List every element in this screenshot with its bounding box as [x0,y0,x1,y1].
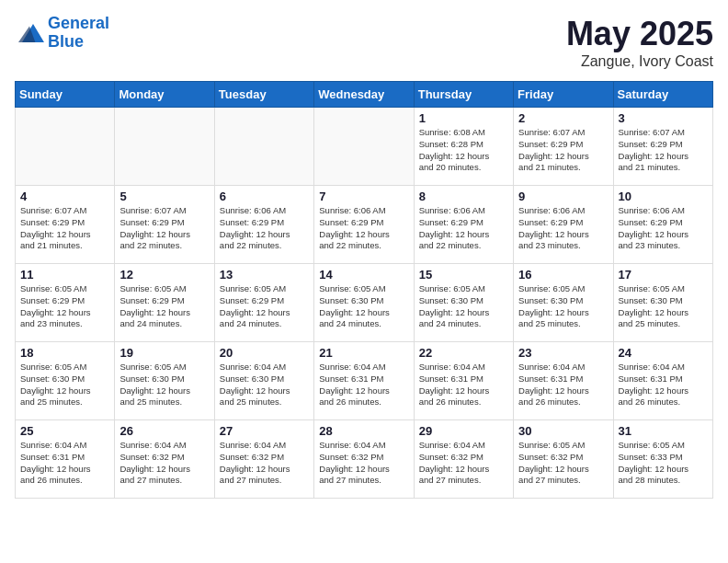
day-number: 30 [518,424,608,438]
subtitle: Zangue, Ivory Coast [566,53,713,70]
day-number: 19 [119,346,209,360]
day-info: Sunrise: 6:06 AM Sunset: 6:29 PM Dayligh… [220,205,309,252]
calendar-cell: 2Sunrise: 6:07 AM Sunset: 6:29 PM Daylig… [514,108,613,186]
logo: General Blue [15,15,109,52]
calendar-body: 1Sunrise: 6:08 AM Sunset: 6:28 PM Daylig… [16,108,713,499]
calendar-cell: 29Sunrise: 6:04 AM Sunset: 6:32 PM Dayli… [414,420,513,499]
day-info: Sunrise: 6:07 AM Sunset: 6:29 PM Dayligh… [119,205,209,252]
day-number: 8 [419,190,508,203]
day-info: Sunrise: 6:04 AM Sunset: 6:32 PM Dayligh… [419,440,508,487]
day-info: Sunrise: 6:05 AM Sunset: 6:29 PM Dayligh… [20,283,109,330]
main-title: May 2025 [566,15,713,53]
calendar-cell: 4Sunrise: 6:07 AM Sunset: 6:29 PM Daylig… [16,186,115,264]
day-number: 10 [619,190,708,203]
day-info: Sunrise: 6:04 AM Sunset: 6:30 PM Dayligh… [220,362,309,408]
day-info: Sunrise: 6:05 AM Sunset: 6:30 PM Dayligh… [518,283,608,330]
calendar-cell: 23Sunrise: 6:04 AM Sunset: 6:31 PM Dayli… [514,342,613,420]
day-info: Sunrise: 6:05 AM Sunset: 6:30 PM Dayligh… [619,283,708,330]
day-number: 16 [518,268,608,282]
page-header: General Blue May 2025 Zangue, Ivory Coas… [15,15,713,70]
day-info: Sunrise: 6:06 AM Sunset: 6:29 PM Dayligh… [518,205,608,252]
week-row-1: 1Sunrise: 6:08 AM Sunset: 6:28 PM Daylig… [16,108,713,186]
day-number: 17 [619,268,708,282]
calendar-cell: 20Sunrise: 6:04 AM Sunset: 6:30 PM Dayli… [214,342,313,420]
day-number: 14 [319,268,408,282]
calendar-cell: 26Sunrise: 6:04 AM Sunset: 6:32 PM Dayli… [115,420,214,499]
day-number: 12 [119,268,209,282]
day-info: Sunrise: 6:04 AM Sunset: 6:31 PM Dayligh… [518,362,608,408]
calendar-cell: 19Sunrise: 6:05 AM Sunset: 6:30 PM Dayli… [115,342,214,420]
day-info: Sunrise: 6:05 AM Sunset: 6:32 PM Dayligh… [518,440,608,487]
day-info: Sunrise: 6:05 AM Sunset: 6:29 PM Dayligh… [119,283,209,330]
weekday-header-row: SundayMondayTuesdayWednesdayThursdayFrid… [16,82,713,108]
day-number: 26 [119,424,209,438]
day-info: Sunrise: 6:05 AM Sunset: 6:30 PM Dayligh… [319,283,408,330]
day-info: Sunrise: 6:05 AM Sunset: 6:30 PM Dayligh… [419,283,508,330]
day-info: Sunrise: 6:07 AM Sunset: 6:29 PM Dayligh… [518,127,608,174]
calendar-cell [214,108,313,186]
calendar-cell: 15Sunrise: 6:05 AM Sunset: 6:30 PM Dayli… [414,264,513,342]
day-info: Sunrise: 6:07 AM Sunset: 6:29 PM Dayligh… [20,205,109,252]
calendar-cell: 6Sunrise: 6:06 AM Sunset: 6:29 PM Daylig… [214,186,313,264]
calendar-cell: 25Sunrise: 6:04 AM Sunset: 6:31 PM Dayli… [16,420,115,499]
weekday-wednesday: Wednesday [314,82,414,108]
day-info: Sunrise: 6:06 AM Sunset: 6:29 PM Dayligh… [619,205,708,252]
calendar-cell: 1Sunrise: 6:08 AM Sunset: 6:28 PM Daylig… [414,108,513,186]
day-info: Sunrise: 6:05 AM Sunset: 6:30 PM Dayligh… [20,362,109,408]
calendar-cell: 9Sunrise: 6:06 AM Sunset: 6:29 PM Daylig… [514,186,613,264]
calendar-cell: 27Sunrise: 6:04 AM Sunset: 6:32 PM Dayli… [214,420,313,499]
calendar-cell: 11Sunrise: 6:05 AM Sunset: 6:29 PM Dayli… [16,264,115,342]
day-number: 5 [119,190,209,203]
day-info: Sunrise: 6:04 AM Sunset: 6:32 PM Dayligh… [220,440,309,487]
day-number: 27 [220,424,309,438]
calendar-cell: 16Sunrise: 6:05 AM Sunset: 6:30 PM Dayli… [514,264,613,342]
calendar-header: SundayMondayTuesdayWednesdayThursdayFrid… [16,82,713,108]
day-info: Sunrise: 6:05 AM Sunset: 6:30 PM Dayligh… [119,362,209,408]
day-number: 18 [20,346,109,360]
day-number: 2 [518,111,608,125]
calendar-cell: 30Sunrise: 6:05 AM Sunset: 6:32 PM Dayli… [514,420,613,499]
day-info: Sunrise: 6:04 AM Sunset: 6:31 PM Dayligh… [319,362,408,408]
day-info: Sunrise: 6:06 AM Sunset: 6:29 PM Dayligh… [319,205,408,252]
day-number: 9 [518,190,608,203]
day-number: 23 [518,346,608,360]
calendar-cell: 5Sunrise: 6:07 AM Sunset: 6:29 PM Daylig… [115,186,214,264]
day-number: 1 [419,111,508,125]
calendar-cell: 22Sunrise: 6:04 AM Sunset: 6:31 PM Dayli… [414,342,513,420]
weekday-friday: Friday [514,82,613,108]
calendar-cell: 3Sunrise: 6:07 AM Sunset: 6:29 PM Daylig… [613,108,712,186]
day-number: 20 [220,346,309,360]
day-number: 3 [619,111,708,125]
title-block: May 2025 Zangue, Ivory Coast [566,15,713,70]
calendar-cell: 8Sunrise: 6:06 AM Sunset: 6:29 PM Daylig… [414,186,513,264]
weekday-tuesday: Tuesday [214,82,313,108]
weekday-thursday: Thursday [414,82,513,108]
logo-line2: Blue [48,32,84,51]
day-info: Sunrise: 6:04 AM Sunset: 6:32 PM Dayligh… [319,440,408,487]
day-info: Sunrise: 6:06 AM Sunset: 6:29 PM Dayligh… [419,205,508,252]
day-number: 29 [419,424,508,438]
weekday-saturday: Saturday [613,82,712,108]
calendar-cell: 7Sunrise: 6:06 AM Sunset: 6:29 PM Daylig… [314,186,414,264]
week-row-2: 4Sunrise: 6:07 AM Sunset: 6:29 PM Daylig… [16,186,713,264]
logo-line1: General [48,14,109,32]
day-number: 13 [220,268,309,282]
weekday-monday: Monday [115,82,214,108]
day-info: Sunrise: 6:04 AM Sunset: 6:32 PM Dayligh… [119,440,209,487]
day-number: 4 [20,190,109,203]
calendar-cell: 18Sunrise: 6:05 AM Sunset: 6:30 PM Dayli… [16,342,115,420]
day-info: Sunrise: 6:04 AM Sunset: 6:31 PM Dayligh… [419,362,508,408]
day-info: Sunrise: 6:08 AM Sunset: 6:28 PM Dayligh… [419,127,508,174]
day-number: 21 [319,346,408,360]
calendar-cell: 12Sunrise: 6:05 AM Sunset: 6:29 PM Dayli… [115,264,214,342]
calendar-cell [16,108,115,186]
calendar-cell: 28Sunrise: 6:04 AM Sunset: 6:32 PM Dayli… [314,420,414,499]
calendar-cell: 13Sunrise: 6:05 AM Sunset: 6:29 PM Dayli… [214,264,313,342]
weekday-sunday: Sunday [16,82,115,108]
day-info: Sunrise: 6:04 AM Sunset: 6:31 PM Dayligh… [619,362,708,408]
day-info: Sunrise: 6:05 AM Sunset: 6:29 PM Dayligh… [220,283,309,330]
day-number: 31 [619,424,708,438]
day-number: 6 [220,190,309,203]
calendar-cell: 14Sunrise: 6:05 AM Sunset: 6:30 PM Dayli… [314,264,414,342]
day-number: 28 [319,424,408,438]
